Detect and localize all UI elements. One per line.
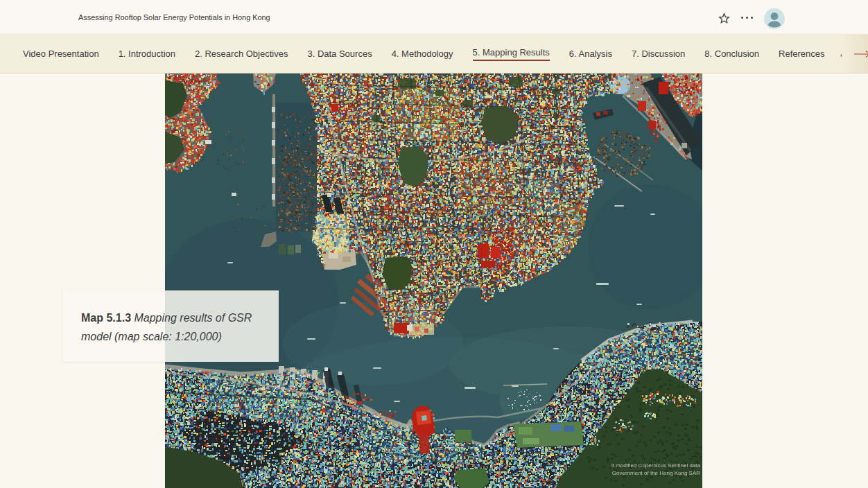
svg-text:it modified Copernicus Sentine: it modified Copernicus Sentinel data <box>611 462 701 469</box>
svg-text:Government of the Hong Kong SA: Government of the Hong Kong SAR <box>612 470 700 476</box>
